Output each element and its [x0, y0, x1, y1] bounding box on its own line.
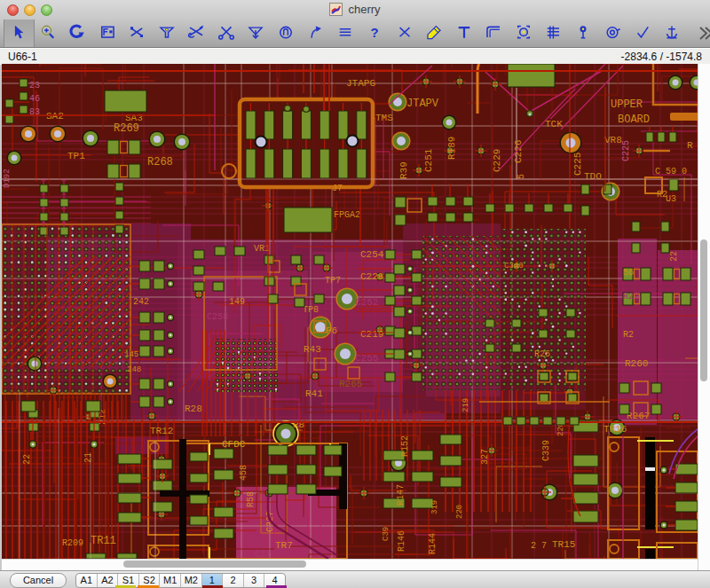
svg-text:21: 21 [83, 452, 93, 463]
svg-text:R209: R209 [62, 538, 83, 548]
svg-text:R26: R26 [534, 349, 550, 359]
svg-text:242: 242 [133, 297, 149, 307]
svg-text:VR8: VR8 [604, 135, 622, 145]
svg-text:TDO: TDO [584, 171, 602, 182]
svg-text:BOARD: BOARD [618, 114, 650, 126]
svg-text:TR7: TR7 [275, 540, 293, 551]
svg-text:TP1: TP1 [67, 151, 85, 161]
svg-text:?: ? [370, 26, 378, 40]
svg-text:46: 46 [29, 94, 40, 104]
svg-text:R22: R22 [623, 292, 639, 302]
svg-text:TR15: TR15 [552, 539, 575, 550]
svg-text:C339: C339 [541, 440, 551, 461]
svg-text:TR12: TR12 [150, 426, 173, 436]
svg-text:P6: P6 [326, 325, 337, 336]
svg-text:22: 22 [22, 454, 32, 465]
svg-text:TP8: TP8 [303, 305, 319, 315]
svg-text:C39: C39 [382, 527, 390, 541]
svg-text:149: 149 [229, 297, 245, 307]
svg-text:JTAPV: JTAPV [406, 98, 439, 110]
svg-text:R8: R8 [293, 419, 304, 430]
svg-text:TR16: TR16 [604, 424, 627, 435]
svg-text:220: 220 [455, 505, 464, 519]
svg-text:23: 23 [29, 81, 40, 90]
svg-text:R58: R58 [246, 491, 256, 507]
svg-text:5: 5 [517, 174, 526, 179]
svg-text:C258: C258 [207, 312, 228, 322]
svg-text:SA2: SA2 [46, 111, 64, 122]
svg-text:R147: R147 [396, 484, 406, 506]
svg-text:J7: J7 [332, 184, 343, 193]
svg-text:C15: C15 [255, 549, 272, 559]
svg-text:C255: C255 [355, 353, 378, 364]
svg-text:FPGA2: FPGA2 [334, 210, 360, 220]
svg-text:C251: C251 [423, 148, 434, 172]
svg-text:C219: C219 [360, 329, 383, 340]
svg-text:248: 248 [127, 365, 141, 374]
svg-text:56: 56 [623, 268, 634, 278]
svg-text:R41: R41 [305, 388, 323, 399]
svg-text:C228: C228 [360, 271, 383, 282]
svg-text:VR1: VR1 [254, 244, 270, 254]
svg-text:C254: C254 [360, 249, 384, 260]
svg-text:C252: C252 [355, 297, 378, 308]
svg-text:C225: C225 [572, 153, 583, 176]
svg-text:R144: R144 [428, 533, 438, 554]
svg-text:D192: D192 [3, 169, 12, 188]
svg-text:CFDC: CFDC [222, 439, 246, 450]
svg-text:TMS: TMS [375, 113, 393, 123]
svg-text:C226: C226 [513, 140, 524, 163]
svg-text:R43: R43 [304, 344, 321, 355]
svg-text:TR11: TR11 [91, 535, 116, 547]
svg-text:R189: R189 [446, 137, 457, 160]
svg-text:C 59 0: C 59 0 [655, 167, 687, 176]
svg-text:C225: C225 [621, 140, 631, 161]
svg-text:219: 219 [462, 398, 470, 412]
svg-text:2 7: 2 7 [531, 541, 547, 551]
svg-text:R: R [687, 140, 693, 151]
svg-text:TP7: TP7 [325, 276, 341, 286]
svg-text:458: 458 [239, 465, 248, 481]
svg-text:R265: R265 [339, 379, 362, 389]
svg-text:TCK: TCK [545, 119, 563, 129]
svg-text:R39: R39 [398, 161, 409, 179]
svg-text:22: 22 [669, 251, 679, 262]
svg-text:R260: R260 [625, 358, 648, 369]
svg-text:319: 319 [430, 500, 439, 514]
svg-text:R152: R152 [400, 435, 410, 457]
svg-text:145: 145 [124, 350, 138, 359]
svg-text:R269: R269 [114, 122, 139, 135]
svg-text:R146: R146 [397, 530, 406, 552]
svg-text:JTAPG: JTAPG [346, 78, 375, 89]
svg-text:UPPER: UPPER [611, 98, 643, 111]
svg-text:R2: R2 [623, 330, 634, 340]
svg-text:R2: R2 [657, 190, 667, 200]
svg-text:R28: R28 [185, 404, 202, 414]
svg-text:327: 327 [480, 449, 490, 465]
svg-text:C340: C340 [504, 262, 524, 270]
svg-text:R268: R268 [147, 156, 173, 169]
